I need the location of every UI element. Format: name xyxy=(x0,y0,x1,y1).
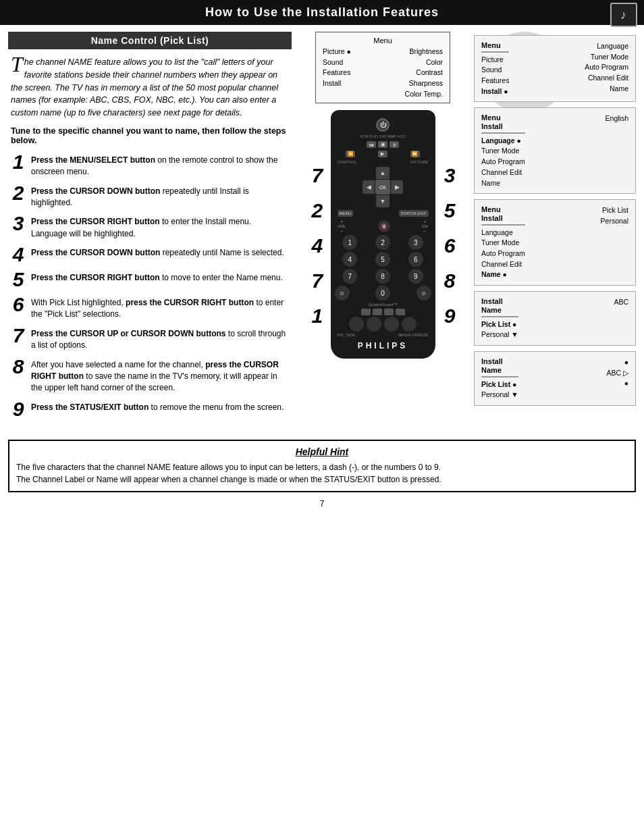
top-menu-color: Color xyxy=(405,57,443,68)
play-button[interactable]: ▶ xyxy=(378,151,387,157)
step-3-bold: Press the CURSOR RIGHT button xyxy=(31,217,160,226)
dpad-right[interactable]: ▶ xyxy=(391,180,403,194)
power-button[interactable]: ⏻ xyxy=(376,118,390,132)
step-2-number: 2 xyxy=(11,183,26,203)
rew-button[interactable]: ⏮ xyxy=(367,141,376,148)
ch-block: +CH– xyxy=(422,219,428,233)
step-8: 8 After you have selected a name for the… xyxy=(11,357,289,394)
top-screen-mockup: Menu Picture ● Sound Features Install Br… xyxy=(315,32,450,103)
skip-fwd-button[interactable]: ⏩ xyxy=(410,151,420,157)
middle-column: Menu Picture ● Sound Features Install Br… xyxy=(298,32,467,419)
step-1-number: 1 xyxy=(11,152,26,172)
num-5-button[interactable]: 5 xyxy=(375,252,390,267)
number-grid: 1 2 3 4 5 6 7 8 9 xyxy=(335,235,431,284)
ms6-dot-down: ● xyxy=(606,378,628,388)
vcr-label: VCR DVD SAT AMP ACC xyxy=(335,134,431,138)
step-1-bold: Press the MENU/SELECT button xyxy=(31,155,155,165)
ms2-title: Menu xyxy=(481,41,509,49)
ms2-features: Features xyxy=(481,76,509,86)
right-num-3: 3 xyxy=(444,164,456,187)
num-7-button[interactable]: 7 xyxy=(342,269,357,284)
num-9-button[interactable]: 9 xyxy=(408,269,423,284)
ms2-name: Name xyxy=(585,84,628,94)
menu-button[interactable]: MENU xyxy=(338,210,354,217)
step-7-bold: Press the CURSOR UP or CURSOR DOWN butto… xyxy=(31,329,225,338)
intro-text: T he channel NAME feature allows you to … xyxy=(8,56,292,120)
step-6: 6 With Pick List highlighted, press the … xyxy=(11,294,289,321)
mute-button[interactable]: 🔇 xyxy=(378,220,390,232)
bottom-round-4[interactable] xyxy=(402,317,417,332)
num-4-button[interactable]: 4 xyxy=(342,252,357,267)
bottom-btn-3[interactable] xyxy=(384,309,394,315)
pause-button[interactable]: ⏸ xyxy=(390,141,399,148)
ms4-title-install: Install xyxy=(481,214,525,222)
bottom-btn-4[interactable] xyxy=(396,309,405,315)
ms5-left: Install Name Pick List ● Personal ▼ xyxy=(481,297,518,340)
dpad-down[interactable]: ▼ xyxy=(376,195,390,207)
menu-exit-labels: MENU STATUS EXIT xyxy=(338,210,429,217)
step-3-number: 3 xyxy=(11,213,26,234)
quadraguard-label: QuadraGuard™ xyxy=(335,303,431,307)
bottom-round-2[interactable] xyxy=(367,317,381,332)
num-0-button[interactable]: 0 xyxy=(375,286,390,301)
step-1-text: Press the MENU/SELECT button on the remo… xyxy=(31,152,289,178)
bottom-round-1[interactable] xyxy=(349,317,364,332)
left-num-7b: 7 xyxy=(312,269,323,292)
step-9: 9 Press the STATUS/EXIT button to remove… xyxy=(11,399,289,419)
ms3-left: Menu Install Language ● Tuner Mode Auto … xyxy=(481,113,525,188)
num-2-button[interactable]: 2 xyxy=(375,235,390,250)
step-8-text: After you have selected a name for the c… xyxy=(31,357,289,394)
ms2-picture: Picture xyxy=(481,55,509,65)
ms4-right: Pick List Personal xyxy=(601,205,628,226)
ms4-tuner: Tuner Mode xyxy=(481,238,525,248)
helpful-hint-box: Helpful Hint The five characters that th… xyxy=(8,440,636,492)
power-section: ⏻ xyxy=(335,118,431,132)
bottom-btn-2[interactable] xyxy=(373,309,382,315)
dpad-up[interactable]: ▲ xyxy=(376,167,390,179)
ok-button[interactable]: OK xyxy=(375,180,390,194)
ms5-picklist: Pick List ● xyxy=(481,319,518,330)
num-8-button[interactable]: 8 xyxy=(375,269,390,284)
step-4-normal: repeatedly until Name is selected. xyxy=(160,248,284,257)
ms3-title-menu: Menu xyxy=(481,113,525,122)
dpad-left[interactable]: ◀ xyxy=(363,180,375,194)
special-right-button[interactable]: ⊙ xyxy=(417,286,431,301)
left-numbers: 7 2 4 7 1 xyxy=(312,164,323,328)
ms6-left: Install Name Pick List ● Personal ▼ xyxy=(481,357,518,400)
ms3-right: English xyxy=(606,113,628,124)
menu-screenshot-3: Menu Install Language ● Tuner Mode Auto … xyxy=(474,107,636,194)
left-num-1: 1 xyxy=(312,305,323,328)
step-4-text: Press the CURSOR DOWN button repeatedly … xyxy=(31,244,284,259)
step-4-number: 4 xyxy=(11,244,26,265)
ms4-picklist: Pick List xyxy=(601,205,628,215)
status-exit-button[interactable]: STATUS EXIT xyxy=(399,210,429,217)
top-menu-brightness: Brightness xyxy=(405,47,443,57)
bottom-btn-1[interactable] xyxy=(361,309,371,315)
ms4-title-menu: Menu xyxy=(481,205,525,213)
logo-icon: ♪ xyxy=(610,3,637,27)
num-3-button[interactable]: 3 xyxy=(408,235,423,250)
step-6-intro: With Pick List highlighted, xyxy=(31,298,126,307)
num-1-button[interactable]: 1 xyxy=(342,235,357,250)
skip-back-button[interactable]: ⏪ xyxy=(346,151,355,157)
special-left-button[interactable]: ⊙ xyxy=(335,286,350,301)
remote-area: 7 2 4 7 1 3 5 6 8 9 ⏻ xyxy=(331,110,435,359)
ms5-right: ABC xyxy=(614,297,628,307)
ms2-right: Language Tuner Mode Auto Program Channel… xyxy=(585,41,628,93)
pic-size-label: PIC. SIZE xyxy=(338,333,356,337)
ms6-abc: ABC ▷ xyxy=(606,368,628,378)
step-1: 1 Press the MENU/SELECT button on the re… xyxy=(11,152,289,178)
num-6-button[interactable]: 6 xyxy=(408,252,423,267)
ms2-sound: Sound xyxy=(481,65,509,75)
ms3-english: English xyxy=(606,113,628,124)
right-column: Menu Picture Sound Features Install ● La… xyxy=(474,32,636,419)
ms2-auto: Auto Program xyxy=(585,62,628,72)
left-num-2: 2 xyxy=(312,199,323,222)
control-label: CONTROL xyxy=(338,160,357,164)
ms2-install: Install ● xyxy=(481,86,509,97)
bottom-round-3[interactable] xyxy=(384,317,399,332)
hint-text: The five characters that the channel NAM… xyxy=(16,461,628,486)
select-button[interactable]: ▣ xyxy=(378,141,387,148)
ms6-dot-up: ● xyxy=(606,357,628,367)
ms2-left: Menu Picture Sound Features Install ● xyxy=(481,41,509,96)
